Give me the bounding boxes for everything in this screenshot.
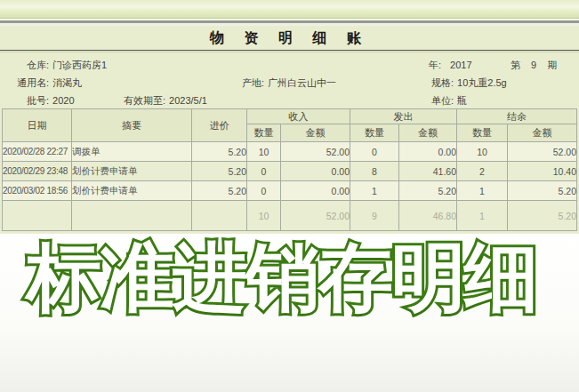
cell-balance-qty: 1 xyxy=(457,181,508,201)
field-expiry: 有效期至:2023/5/1 xyxy=(124,94,207,108)
group-header-issue: 发出 xyxy=(350,109,457,124)
expiry-label: 有效期至: xyxy=(124,95,165,106)
cell-date: 2020/03/02 18:56 xyxy=(3,181,72,201)
cell-income-qty: 0 xyxy=(247,181,281,201)
col-header-issue-amount: 金额 xyxy=(399,124,457,142)
field-warehouse: 仓库:门诊西药房1 xyxy=(27,59,107,72)
cell-summary: 划价计费申请单 xyxy=(72,181,192,201)
col-header-price: 进价 xyxy=(192,109,247,142)
cell-date: 2020/02/29 23:48 xyxy=(3,162,72,181)
field-year: 年:2017 xyxy=(429,59,472,72)
total-balance-amount: 5.20 xyxy=(508,201,577,231)
total-income-qty: 10 xyxy=(247,201,281,231)
field-period: 第 9 期 xyxy=(511,59,557,72)
cell-issue-qty: 1 xyxy=(350,181,399,201)
cell-income-qty: 10 xyxy=(247,142,281,162)
batch-label: 批号: xyxy=(27,95,49,106)
cell-balance-amount: 52.00 xyxy=(508,142,577,162)
unit-value: 瓶 xyxy=(457,95,467,106)
cell-income-amount: 52.00 xyxy=(281,142,350,162)
col-header-summary: 摘要 xyxy=(72,109,192,142)
year-label: 年: xyxy=(429,60,441,70)
col-header-date: 日期 xyxy=(3,109,72,142)
cell-issue-amount: 0.00 xyxy=(399,142,457,162)
window-top-bar xyxy=(0,0,579,19)
table-row: 2020/02/28 22:27 调拨单 5.20 10 52.00 0 0.0… xyxy=(3,142,577,162)
cell-issue-qty: 0 xyxy=(350,142,399,162)
table-row: 2020/03/02 18:56 划价计费申请单 5.20 0 0.00 1 5… xyxy=(3,181,577,201)
total-balance-qty: 1 xyxy=(457,201,508,231)
field-unit: 单位:瓶 xyxy=(431,94,467,108)
cell-balance-qty: 10 xyxy=(457,142,508,162)
table-header-group-row: 日期 摘要 进价 收入 发出 结余 xyxy=(3,109,577,124)
unit-label: 单位: xyxy=(431,95,454,106)
origin-value: 广州白云山中一 xyxy=(268,77,336,88)
watermark-text: 标准进销存明细 xyxy=(27,238,578,316)
generic-name-label: 通用名: xyxy=(17,77,49,88)
group-header-balance: 结余 xyxy=(457,109,577,124)
top-divider xyxy=(0,19,579,26)
year-value: 2017 xyxy=(450,60,471,70)
cell-summary-empty xyxy=(72,201,192,231)
cell-summary: 划价计费申请单 xyxy=(72,162,192,181)
period-value: 第 9 期 xyxy=(511,60,557,70)
cell-issue-amount: 41.60 xyxy=(399,162,457,181)
title-underline xyxy=(0,50,579,51)
total-issue-qty: 9 xyxy=(350,201,399,231)
col-header-issue-qty: 数量 xyxy=(350,124,399,142)
cell-balance-qty: 2 xyxy=(457,162,508,181)
cell-balance-amount: 5.20 xyxy=(508,181,577,201)
batch-value: 2020 xyxy=(52,95,74,106)
col-header-income-amount: 金额 xyxy=(281,124,350,142)
cell-price-empty xyxy=(192,201,247,231)
col-header-balance-qty: 数量 xyxy=(457,124,508,142)
cell-price: 5.20 xyxy=(192,181,247,201)
col-header-income-qty: 数量 xyxy=(247,124,281,142)
cell-price: 5.20 xyxy=(192,162,247,181)
origin-label: 产地: xyxy=(242,77,264,88)
total-issue-amount: 46.80 xyxy=(399,201,457,231)
page-title: 物 资 明 细 账 xyxy=(0,29,579,48)
warehouse-label: 仓库: xyxy=(27,60,49,70)
cell-income-amount: 0.00 xyxy=(281,181,350,201)
field-generic-name: 通用名:消渴丸 xyxy=(17,76,82,90)
group-header-income: 收入 xyxy=(247,109,350,124)
cell-income-amount: 0.00 xyxy=(281,162,350,181)
total-income-amount: 52.00 xyxy=(281,201,350,231)
field-origin: 产地:广州白云山中一 xyxy=(242,76,336,90)
cell-issue-amount: 5.20 xyxy=(399,181,457,201)
totals-row: 10 52.00 9 46.80 1 5.20 xyxy=(3,201,577,231)
cell-summary: 调拨单 xyxy=(72,142,192,162)
field-batch: 批号:2020 xyxy=(27,94,75,108)
field-spec: 规格:10丸重2.5g xyxy=(431,76,507,90)
warehouse-value: 门诊西药房1 xyxy=(52,60,107,70)
cell-price: 5.20 xyxy=(192,142,247,162)
expiry-value: 2023/5/1 xyxy=(169,95,207,106)
spec-value: 10丸重2.5g xyxy=(457,77,507,88)
generic-name-value: 消渴丸 xyxy=(52,77,82,88)
cell-issue-qty: 8 xyxy=(350,162,399,181)
col-header-balance-amount: 金额 xyxy=(508,124,577,142)
ledger-report-page: 物 资 明 细 账 仓库:门诊西药房1 年:2017 第 9 期 通用名:消渴丸… xyxy=(0,0,579,392)
table-row: 2020/02/29 23:48 划价计费申请单 5.20 0 0.00 8 4… xyxy=(3,162,577,181)
ledger-table: 日期 摘要 进价 收入 发出 结余 数量 金额 数量 金额 数量 金额 2020… xyxy=(2,108,577,231)
cell-income-qty: 0 xyxy=(247,162,281,181)
cell-balance-amount: 10.40 xyxy=(508,162,577,181)
cell-date: 2020/02/28 22:27 xyxy=(3,142,72,162)
cell-date-empty xyxy=(3,201,72,231)
spec-label: 规格: xyxy=(431,77,454,88)
